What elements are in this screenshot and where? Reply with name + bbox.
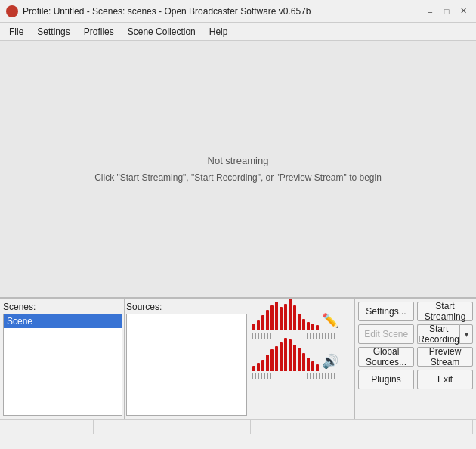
meter-bar <box>302 319 305 330</box>
scenes-panel: Scenes: Scene <box>0 299 125 419</box>
meter-bar <box>270 305 274 330</box>
meter-bar <box>284 304 287 330</box>
start-streaming-button[interactable]: Start Streaming <box>417 302 473 321</box>
hint-label: Click "Start Streaming", "Start Recordin… <box>94 172 382 183</box>
meter-bar <box>280 342 283 372</box>
maximize-button[interactable]: □ <box>440 5 453 18</box>
mic-icon[interactable]: ✏️ <box>322 312 338 329</box>
menu-file[interactable]: File <box>3 23 29 40</box>
exit-button[interactable]: Exit <box>417 370 473 389</box>
mic-meter-row: ✏️ <box>252 302 351 330</box>
title-left: Profile: Untitled - Scenes: scenes - Ope… <box>6 5 311 17</box>
meter-bar <box>316 364 319 371</box>
meter-bar <box>261 315 264 330</box>
meter-bar <box>302 353 305 371</box>
btn-row-4: Plugins Exit <box>358 370 473 389</box>
meter-bar <box>307 358 310 371</box>
meter-bar <box>311 361 314 371</box>
status-bar <box>0 419 476 434</box>
minimize-button[interactable]: – <box>423 5 437 18</box>
meter-bar <box>266 355 269 371</box>
title-bar: Profile: Untitled - Scenes: scenes - Ope… <box>0 0 476 23</box>
meter-bar <box>311 324 314 330</box>
meter-bar <box>293 345 296 371</box>
not-streaming-label: Not streaming <box>208 155 269 166</box>
meter-bar <box>307 322 310 330</box>
speaker-bars <box>252 342 319 371</box>
window-controls: – □ ✕ <box>423 5 470 18</box>
close-button[interactable]: ✕ <box>456 5 470 18</box>
obs-icon <box>6 5 18 17</box>
meter-bar <box>275 346 278 371</box>
menu-scene-collection[interactable]: Scene Collection <box>122 23 202 40</box>
preview-area: Not streaming Click "Start Streaming", "… <box>0 41 476 298</box>
menu-bar: File Settings Profiles Scene Collection … <box>0 23 476 41</box>
meter-bar <box>316 325 319 330</box>
meter-bar <box>270 349 274 371</box>
buttons-panel: Settings... Start Streaming Edit Scene S… <box>355 299 476 419</box>
meter-bar <box>257 320 260 330</box>
audio-meters-panel: ✏️ 🔊 <box>249 299 355 419</box>
meter-bar <box>280 307 283 330</box>
meter-bar <box>293 305 296 330</box>
meter-bar <box>257 363 260 371</box>
meter-bar <box>289 299 292 330</box>
scene-item[interactable]: Scene <box>4 314 122 328</box>
status-seg-4 <box>254 420 329 434</box>
plugins-button[interactable]: Plugins <box>358 370 414 389</box>
start-recording-split: Start Recording ▾ <box>417 324 473 344</box>
btn-row-2: Edit Scene Start Recording ▾ <box>358 324 473 344</box>
status-seg-1 <box>3 420 94 434</box>
meter-bar <box>266 310 269 331</box>
meter-bar <box>298 348 301 371</box>
mic-bars <box>252 302 319 330</box>
meter-bar <box>298 314 301 330</box>
scenes-list[interactable]: Scene <box>3 314 122 416</box>
meter-bar <box>275 302 278 331</box>
meter-bar <box>261 360 264 371</box>
settings-button[interactable]: Settings... <box>358 302 414 321</box>
btn-row-1: Settings... Start Streaming <box>358 302 473 321</box>
status-seg-5 <box>332 420 473 434</box>
speaker-meter-row: 🔊 <box>252 342 351 371</box>
meter-bar <box>284 338 287 371</box>
sources-label: Sources: <box>126 302 247 312</box>
start-recording-button[interactable]: Start Recording <box>417 324 459 344</box>
btn-row-3: Global Sources... Preview Stream <box>358 347 473 367</box>
preview-stream-button[interactable]: Preview Stream <box>417 347 473 367</box>
global-sources-button[interactable]: Global Sources... <box>358 347 414 367</box>
edit-scene-button[interactable]: Edit Scene <box>358 324 414 344</box>
meter-bar <box>289 339 292 371</box>
meter-bar <box>252 324 255 330</box>
sources-list[interactable] <box>126 314 247 416</box>
menu-help[interactable]: Help <box>203 23 234 40</box>
status-seg-3 <box>175 420 251 434</box>
speaker-scale <box>252 373 335 379</box>
window-title: Profile: Untitled - Scenes: scenes - Ope… <box>23 6 311 17</box>
start-recording-dropdown[interactable]: ▾ <box>459 324 473 344</box>
meter-bar <box>252 366 255 371</box>
speaker-icon[interactable]: 🔊 <box>322 353 338 370</box>
scenes-label: Scenes: <box>3 302 122 312</box>
status-seg-2 <box>97 420 172 434</box>
sources-panel: Sources: <box>125 299 249 419</box>
menu-settings[interactable]: Settings <box>31 23 76 40</box>
menu-profiles[interactable]: Profiles <box>78 23 120 40</box>
mic-scale <box>252 333 335 339</box>
